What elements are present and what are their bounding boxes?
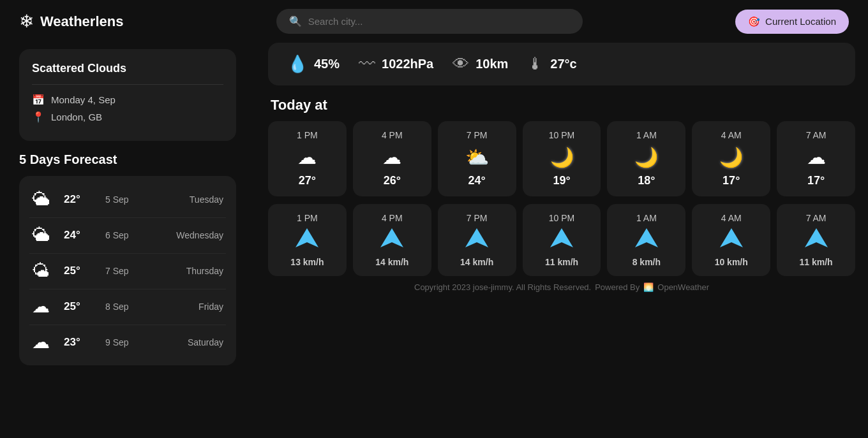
hour-weather-card: 4 AM 🌙 17° bbox=[692, 121, 770, 196]
hour-wind-card: 7 AM 11 km/h bbox=[777, 204, 855, 276]
calendar-icon: 📅 bbox=[32, 94, 45, 106]
weather-card: Scattered Clouds 📅 Monday 4, Sep 📍 Londo… bbox=[19, 49, 236, 141]
stat-item: 〰1022hPa bbox=[359, 54, 433, 74]
stat-value: 45% bbox=[314, 57, 340, 71]
forecast-temp: 23° bbox=[64, 336, 99, 349]
hour-icon: 🌙 bbox=[550, 145, 574, 169]
forecast-day: Wednesday bbox=[176, 230, 223, 240]
hour-temp: 17° bbox=[722, 174, 740, 187]
stat-value: 27°c bbox=[550, 57, 576, 71]
wind-time: 7 AM bbox=[806, 213, 827, 223]
search-input[interactable] bbox=[308, 16, 570, 27]
hour-temp: 27° bbox=[299, 174, 316, 187]
stat-icon: 👁 bbox=[453, 54, 469, 74]
hour-temp: 19° bbox=[553, 174, 570, 187]
hour-temp: 26° bbox=[384, 174, 401, 187]
hour-time: 4 AM bbox=[721, 130, 742, 140]
hour-temp: 18° bbox=[638, 174, 655, 187]
stat-item: 💧45% bbox=[287, 54, 340, 74]
hour-icon: ☁ bbox=[807, 145, 826, 169]
weather-date: Monday 4, Sep bbox=[51, 94, 116, 105]
forecast-temp: 25° bbox=[64, 265, 99, 277]
search-bar[interactable]: 🔍 bbox=[276, 9, 583, 34]
wind-speed: 14 km/h bbox=[375, 257, 408, 267]
wind-arrow-icon bbox=[550, 228, 573, 252]
forecast-date: 9 Sep bbox=[105, 337, 144, 347]
hour-time: 4 PM bbox=[382, 130, 403, 140]
hour-icon: 🌙 bbox=[719, 145, 743, 169]
hour-icon: ☁ bbox=[382, 145, 401, 169]
wind-time: 4 PM bbox=[382, 213, 403, 223]
forecast-title: 5 Days Forecast bbox=[19, 152, 236, 167]
hourly-weather-row: 1 PM ☁ 27° 4 PM ☁ 26° 7 PM ⛅ 24° 10 PM 🌙… bbox=[268, 121, 855, 196]
hour-icon: ⛅ bbox=[465, 145, 489, 169]
forecast-row: 🌤 25° 7 Sep Thursday bbox=[29, 253, 226, 288]
date-row: 📅 Monday 4, Sep bbox=[32, 94, 223, 106]
svg-marker-3 bbox=[550, 228, 573, 247]
header: ❄ Weatherlens 🔍 🎯 Current Location bbox=[0, 0, 868, 43]
search-icon: 🔍 bbox=[289, 15, 302, 27]
wind-arrow-icon bbox=[635, 228, 658, 252]
forecast-icon: 🌥 bbox=[32, 189, 57, 210]
wind-speed: 8 km/h bbox=[632, 257, 661, 267]
wind-speed: 13 km/h bbox=[290, 257, 324, 267]
location-target-icon: 🎯 bbox=[748, 16, 760, 27]
hour-weather-card: 4 PM ☁ 26° bbox=[353, 121, 431, 196]
current-location-label: Current Location bbox=[765, 16, 836, 27]
stats-bar: 💧45%〰1022hPa👁10km🌡27°c bbox=[268, 43, 855, 85]
wind-arrow-icon bbox=[296, 228, 318, 252]
wind-speed: 14 km/h bbox=[460, 257, 493, 267]
forecast-row: ☁ 25° 8 Sep Friday bbox=[29, 289, 226, 323]
forecast-date: 6 Sep bbox=[105, 230, 144, 240]
hour-weather-card: 1 AM 🌙 18° bbox=[607, 121, 685, 196]
forecast-date: 8 Sep bbox=[105, 302, 144, 312]
wind-time: 7 PM bbox=[467, 213, 488, 223]
wind-arrow-icon bbox=[465, 228, 488, 252]
wind-time: 1 PM bbox=[297, 213, 318, 223]
hour-wind-card: 7 PM 14 km/h bbox=[438, 204, 516, 276]
hour-weather-card: 10 PM 🌙 19° bbox=[523, 121, 601, 196]
wind-speed: 10 km/h bbox=[715, 257, 748, 267]
today-label: Today at bbox=[268, 97, 855, 113]
forecast-icon: 🌥 bbox=[32, 224, 57, 245]
logo-area: ❄ Weatherlens bbox=[19, 11, 123, 32]
stat-value: 10km bbox=[475, 57, 508, 71]
app-title: Weatherlens bbox=[40, 13, 123, 30]
forecast-icon: 🌤 bbox=[32, 260, 57, 281]
copyright-text: Copyright 2023 jose-jimmy. All Rights Re… bbox=[414, 282, 591, 292]
footer: Copyright 2023 jose-jimmy. All Rights Re… bbox=[268, 276, 855, 298]
svg-marker-2 bbox=[465, 228, 488, 247]
hour-icon: 🌙 bbox=[634, 145, 658, 169]
hour-wind-card: 4 AM 10 km/h bbox=[692, 204, 770, 276]
forecast-row: ☁ 23° 9 Sep Saturday bbox=[29, 325, 226, 359]
provider-name: OpenWeather bbox=[657, 282, 709, 292]
forecast-day: Tuesday bbox=[190, 194, 223, 205]
wind-time: 10 PM bbox=[549, 213, 574, 223]
pin-icon: 📍 bbox=[32, 111, 45, 123]
forecast-row: 🌥 24° 6 Sep Wednesday bbox=[29, 217, 226, 252]
forecast-day: Saturday bbox=[188, 337, 223, 347]
forecast-temp: 25° bbox=[64, 300, 99, 313]
main-layout: Scattered Clouds 📅 Monday 4, Sep 📍 Londo… bbox=[0, 43, 868, 436]
hour-wind-card: 4 PM 14 km/h bbox=[353, 204, 431, 276]
forecast-icon: ☁ bbox=[32, 332, 57, 353]
forecast-day: Friday bbox=[198, 302, 223, 312]
stat-icon: 🌡 bbox=[527, 54, 544, 74]
stat-icon: 💧 bbox=[287, 54, 308, 74]
forecast-date: 7 Sep bbox=[105, 266, 144, 276]
weather-location: London, GB bbox=[51, 112, 102, 122]
forecast-icon: ☁ bbox=[32, 296, 57, 317]
current-location-button[interactable]: 🎯 Current Location bbox=[735, 10, 849, 34]
hour-icon: ☁ bbox=[297, 145, 317, 169]
wind-arrow-icon bbox=[805, 228, 828, 252]
forecast-temp: 24° bbox=[64, 229, 99, 242]
right-panel: 💧45%〰1022hPa👁10km🌡27°c Today at 1 PM ☁ 2… bbox=[255, 43, 868, 436]
snowflake-icon: ❄ bbox=[19, 11, 34, 32]
wind-time: 4 AM bbox=[721, 213, 742, 223]
wind-arrow-icon bbox=[380, 228, 403, 252]
stat-value: 1022hPa bbox=[382, 57, 433, 71]
hour-weather-card: 1 PM ☁ 27° bbox=[268, 121, 347, 196]
hour-time: 1 AM bbox=[636, 130, 657, 140]
hour-time: 7 AM bbox=[806, 130, 827, 140]
hour-temp: 24° bbox=[468, 174, 486, 187]
